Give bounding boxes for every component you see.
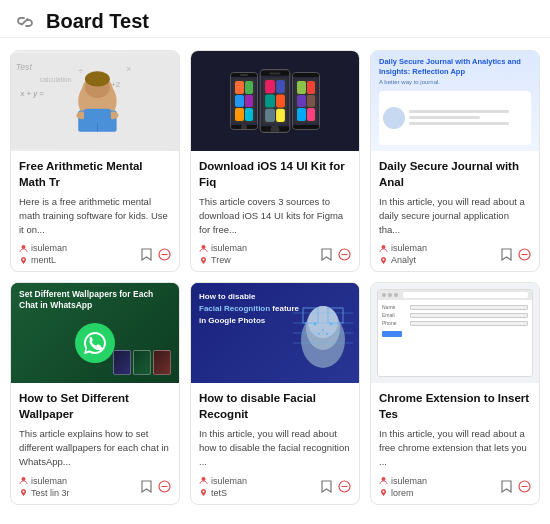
form-row-3: Phone xyxy=(382,320,528,326)
card-ios-actions xyxy=(321,248,351,261)
person-icon xyxy=(379,244,388,253)
card-math-footer: isuleman mentL xyxy=(19,243,171,265)
card-ios-footer: isuleman Trew xyxy=(199,243,351,265)
card-ios-body: Download iOS 14 UI Kit for Fiq This arti… xyxy=(191,151,359,271)
minus-button[interactable] xyxy=(158,248,171,261)
svg-point-10 xyxy=(85,71,110,86)
bookmark-button[interactable] xyxy=(141,480,152,493)
svg-point-51 xyxy=(383,491,385,493)
card-journal-meta: isuleman Analyt xyxy=(379,243,427,265)
card-whatsapp-desc: This article explains how to set differe… xyxy=(19,427,171,468)
whatsapp-title-text: Set Different Wallpapers for Each Chat i… xyxy=(19,289,171,311)
browser-urlbar xyxy=(403,292,528,298)
card-journal-tag: Analyt xyxy=(379,255,427,265)
page-title: Board Test xyxy=(46,10,149,33)
svg-point-50 xyxy=(382,477,386,481)
journal-line-1 xyxy=(409,110,509,113)
card-facial-footer: isuleman tetS xyxy=(199,476,351,498)
phone-mock-1 xyxy=(230,72,258,130)
svg-point-25 xyxy=(383,258,385,260)
bookmark-button[interactable] xyxy=(321,480,332,493)
facial-title-text: How to disable Facial Recognition featur… xyxy=(199,291,299,327)
wallpaper-thumb-2 xyxy=(133,350,151,375)
card-ios-title: Download iOS 14 UI Kit for Fiq xyxy=(199,159,351,190)
card-chrome-image: Name Email Phone xyxy=(371,283,539,383)
card-journal: Daily Secure Journal with Analytics and … xyxy=(370,50,540,272)
form-input-3 xyxy=(410,321,528,326)
card-math-tag: mentL xyxy=(19,255,67,265)
card-chrome-desc: In this article, you will read about a f… xyxy=(379,427,531,468)
card-journal-body: Daily Secure Journal with Anal In this a… xyxy=(371,151,539,271)
svg-point-28 xyxy=(22,477,26,481)
card-ios-desc: This article covers 3 sources to downloa… xyxy=(199,195,351,236)
journal-inner-card xyxy=(379,91,531,146)
card-facial-tag: tetS xyxy=(199,488,247,498)
card-facial-title: How to disable Facial Recognit xyxy=(199,391,351,422)
card-ios: Download iOS 14 UI Kit for Fiq This arti… xyxy=(190,50,360,272)
person-icon xyxy=(199,476,208,485)
card-facial: How to disable Facial Recognition featur… xyxy=(190,282,360,504)
wallpaper-strip xyxy=(113,350,171,375)
card-whatsapp-image: Set Different Wallpapers for Each Chat i… xyxy=(11,283,179,383)
svg-point-17 xyxy=(23,258,25,260)
wallpaper-thumb-1 xyxy=(113,350,131,375)
minus-button[interactable] xyxy=(518,248,531,261)
form-input-1 xyxy=(410,305,528,310)
card-journal-title: Daily Secure Journal with Anal xyxy=(379,159,531,190)
card-chrome-title: Chrome Extension to Insert Tes xyxy=(379,391,531,422)
card-journal-desc: In this article, you will read about a d… xyxy=(379,195,531,236)
card-chrome-meta: isuleman lorem xyxy=(379,476,427,498)
svg-text:calculation: calculation xyxy=(40,76,72,83)
minus-button[interactable] xyxy=(338,248,351,261)
person-icon xyxy=(19,476,28,485)
browser-mock: Name Email Phone xyxy=(377,289,533,377)
card-chrome: Name Email Phone xyxy=(370,282,540,504)
card-ios-author: isuleman xyxy=(199,243,247,253)
bookmark-button[interactable] xyxy=(321,248,332,261)
location-icon xyxy=(199,488,208,497)
journal-line-2 xyxy=(409,116,480,119)
bookmark-button[interactable] xyxy=(501,480,512,493)
card-math-title: Free Arithmetic Mental Math Tr xyxy=(19,159,171,190)
card-facial-image: How to disable Facial Recognition featur… xyxy=(191,283,359,383)
card-chrome-footer: isuleman lorem xyxy=(379,476,531,498)
svg-text:÷: ÷ xyxy=(78,65,83,76)
board-grid: Test calculation x + y = ÷ 2+2 × xyxy=(0,38,550,517)
svg-point-42 xyxy=(318,333,320,335)
card-whatsapp-title: How to Set Different Wallpaper xyxy=(19,391,171,422)
card-whatsapp-footer: isuleman Test lin 3r xyxy=(19,476,171,498)
bookmark-button[interactable] xyxy=(141,248,152,261)
phone-mock-2 xyxy=(260,69,291,133)
whatsapp-logo xyxy=(75,323,115,363)
minus-button[interactable] xyxy=(518,480,531,493)
form-label-2: Email xyxy=(382,312,407,318)
svg-point-41 xyxy=(322,329,324,331)
journal-line-3 xyxy=(409,122,509,125)
link-icon xyxy=(14,11,36,33)
card-whatsapp-author: isuleman xyxy=(19,476,70,486)
svg-point-24 xyxy=(382,245,386,249)
card-ios-meta: isuleman Trew xyxy=(199,243,247,265)
svg-point-16 xyxy=(22,245,26,249)
card-whatsapp: Set Different Wallpapers for Each Chat i… xyxy=(10,282,180,504)
card-whatsapp-meta: isuleman Test lin 3r xyxy=(19,476,70,498)
journal-lines xyxy=(409,110,527,125)
card-journal-image: Daily Secure Journal with Analytics and … xyxy=(371,51,539,151)
minus-button[interactable] xyxy=(338,480,351,493)
location-icon xyxy=(19,488,28,497)
form-label-1: Name xyxy=(382,304,407,310)
bookmark-button[interactable] xyxy=(501,248,512,261)
card-chrome-author: isuleman xyxy=(379,476,427,486)
card-chrome-tag: lorem xyxy=(379,488,427,498)
card-facial-author: isuleman xyxy=(199,476,247,486)
card-facial-meta: isuleman tetS xyxy=(199,476,247,498)
svg-point-29 xyxy=(23,491,25,493)
wallpaper-thumb-3 xyxy=(153,350,171,375)
card-math-actions xyxy=(141,248,171,261)
card-facial-desc: In this article, you will read about how… xyxy=(199,427,351,468)
form-submit-btn xyxy=(382,331,402,337)
card-journal-footer: isuleman Analyt xyxy=(379,243,531,265)
card-whatsapp-actions xyxy=(141,480,171,493)
minus-button[interactable] xyxy=(158,480,171,493)
card-facial-body: How to disable Facial Recognit In this a… xyxy=(191,383,359,503)
